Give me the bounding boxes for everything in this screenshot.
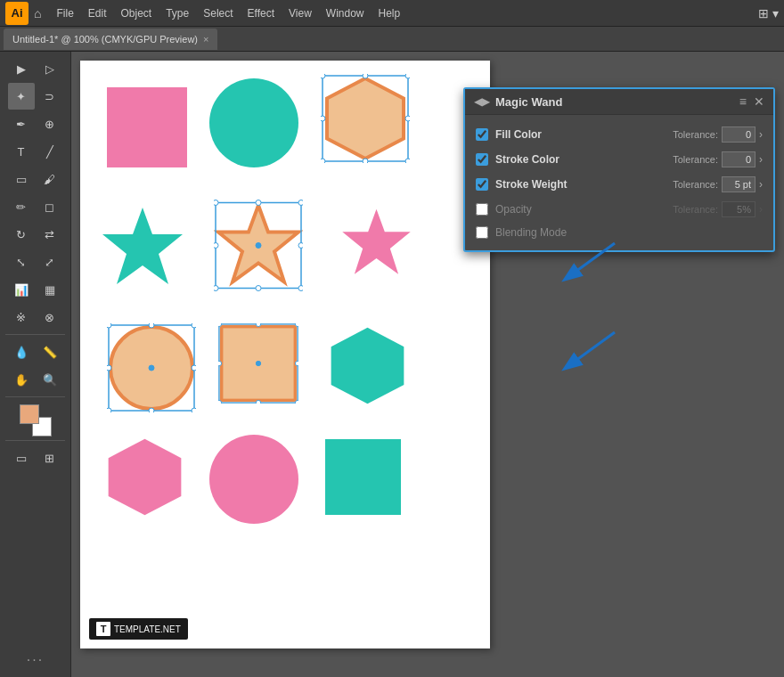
stroke-weight-tolerance-label: Tolerance: — [673, 179, 718, 190]
svg-point-7 — [321, 159, 325, 163]
rotate-tool[interactable]: ↻ — [8, 221, 35, 248]
pink-circle-shape[interactable] — [209, 435, 298, 524]
direct-selection-tool[interactable]: ▷ — [37, 55, 63, 82]
color-preview — [2, 404, 69, 436]
svg-point-21 — [256, 243, 261, 249]
pink-hexagon-shape[interactable] — [102, 435, 187, 519]
menu-effect[interactable]: Effect — [241, 4, 281, 22]
screen-mode-button[interactable]: ▭ — [8, 445, 35, 471]
home-icon[interactable]: ⌂ — [34, 6, 41, 20]
artboard-button[interactable]: ⊞ — [37, 445, 63, 471]
svg-point-37 — [256, 323, 260, 327]
fill-tolerance-label: Tolerance: — [673, 129, 718, 140]
stroke-weight-checkbox[interactable] — [476, 178, 488, 191]
pink-square-shape[interactable] — [107, 87, 187, 167]
column-graph-tool[interactable]: ▦ — [37, 276, 63, 303]
canvas-area: T TEMPLATE.NET ◀▶ Magic Wand ≡ ✕ — [71, 52, 784, 677]
fill-color-checkbox[interactable] — [476, 128, 488, 141]
panel-scroll-arrows[interactable]: ◀▶ — [474, 95, 490, 108]
brush-tool[interactable]: 🖌 — [37, 166, 63, 192]
zoom-tool[interactable]: 🔍 — [37, 366, 63, 393]
svg-point-44 — [256, 361, 260, 365]
stroke-color-tolerance-arrow[interactable]: › — [759, 153, 763, 166]
symbol-tool[interactable]: ※ — [8, 304, 35, 330]
magic-wand-tool[interactable]: ✦ — [8, 83, 35, 110]
menu-window[interactable]: Window — [320, 4, 371, 22]
peach-square-shape[interactable] — [218, 323, 298, 404]
measure-tool[interactable]: 📏 — [37, 338, 63, 365]
more-tools-dots[interactable]: ··· — [27, 652, 44, 668]
foreground-color-box[interactable] — [20, 404, 39, 424]
peach-star-shape[interactable] — [214, 199, 303, 292]
toolbar-right: ⊞ ▾ — [758, 6, 779, 20]
eyedropper-tool[interactable]: 💧 — [8, 338, 35, 365]
tool-row-1: ▶ ▷ — [2, 55, 69, 82]
menu-select[interactable]: Select — [197, 4, 239, 22]
stroke-weight-tolerance-value[interactable] — [722, 176, 755, 192]
peach-hexagon-shape[interactable] — [321, 74, 410, 163]
anchor-tool[interactable]: ⊕ — [37, 110, 63, 137]
panel-body: Fill Color Tolerance: › Stroke Color Tol… — [465, 115, 773, 250]
stroke-weight-tolerance-arrow[interactable]: › — [759, 178, 763, 191]
blending-mode-label: Blending Mode — [495, 226, 763, 239]
menu-type[interactable]: Type — [159, 4, 195, 22]
tool-row-4: T ╱ — [2, 138, 69, 165]
panel-menu-icon[interactable]: ≡ — [739, 94, 747, 109]
template-badge: T TEMPLATE.NET — [89, 618, 188, 640]
color-boxes[interactable] — [20, 404, 52, 436]
opacity-checkbox[interactable] — [476, 203, 488, 216]
graph-tool[interactable]: 📊 — [8, 276, 35, 303]
line-tool[interactable]: ╱ — [37, 138, 63, 165]
fill-color-row: Fill Color Tolerance: › — [465, 122, 773, 147]
panel-close-button[interactable]: ✕ — [754, 94, 764, 109]
stroke-color-checkbox[interactable] — [476, 153, 488, 166]
pink-star-shape[interactable] — [339, 203, 414, 283]
stroke-color-tolerance-label: Tolerance: — [673, 154, 718, 165]
menu-view[interactable]: View — [282, 4, 318, 22]
teal-hexagon-shape[interactable] — [325, 323, 410, 408]
text-tool[interactable]: T — [8, 138, 35, 165]
teal-circle-shape[interactable] — [209, 78, 298, 167]
menu-edit[interactable]: Edit — [82, 4, 113, 22]
document-tab[interactable]: Untitled-1* @ 100% (CMYK/GPU Preview) × — [4, 29, 217, 50]
svg-point-14 — [256, 200, 261, 206]
menu-help[interactable]: Help — [372, 4, 407, 22]
svg-point-26 — [149, 323, 154, 328]
selection-tool[interactable]: ▶ — [8, 55, 35, 82]
hand-tool[interactable]: ✋ — [8, 366, 35, 393]
svg-point-3 — [363, 74, 368, 78]
teal-square-shape[interactable] — [325, 439, 401, 515]
pen-tool[interactable]: ✒ — [8, 110, 35, 137]
main-layout: ▶ ▷ ✦ ⊃ ✒ ⊕ T ╱ ▭ 🖌 ✏ ◻ ↻ ⇄ ⤡ ⤢ — [0, 52, 784, 677]
menu-object[interactable]: Object — [115, 4, 159, 22]
svg-point-32 — [192, 408, 196, 412]
svg-point-41 — [218, 400, 222, 404]
blend-tool[interactable]: ⊗ — [37, 304, 63, 330]
fill-tolerance-value[interactable] — [722, 126, 755, 143]
menu-bar: Ai ⌂ File Edit Object Type Select Effect… — [0, 0, 784, 27]
svg-point-31 — [149, 408, 154, 412]
lasso-tool[interactable]: ⊃ — [37, 83, 63, 110]
warp-tool[interactable]: ⤢ — [37, 249, 63, 275]
toolbar: ▶ ▷ ✦ ⊃ ✒ ⊕ T ╱ ▭ 🖌 ✏ ◻ ↻ ⇄ ⤡ ⤢ — [0, 52, 71, 677]
svg-point-13 — [214, 200, 218, 206]
mirror-tool[interactable]: ⇄ — [37, 221, 63, 248]
fill-tolerance-arrow[interactable]: › — [759, 128, 763, 141]
stroke-color-tolerance-value[interactable] — [722, 151, 755, 167]
eraser-tool[interactable]: ◻ — [37, 193, 63, 220]
rect-tool[interactable]: ▭ — [8, 166, 35, 192]
svg-point-8 — [363, 159, 368, 163]
svg-point-9 — [405, 159, 410, 163]
tab-close-button[interactable]: × — [203, 34, 208, 45]
opacity-label: Opacity — [495, 203, 666, 216]
scale-tool[interactable]: ⤡ — [8, 249, 35, 275]
teal-star-shape[interactable] — [98, 203, 187, 292]
pencil-tool[interactable]: ✏ — [8, 193, 35, 220]
workspace-icon[interactable]: ⊞ ▾ — [758, 6, 779, 20]
menu-file[interactable]: File — [50, 4, 79, 22]
svg-point-33 — [149, 365, 154, 371]
canvas[interactable]: T TEMPLATE.NET — [80, 61, 490, 648]
peach-circle-shape[interactable] — [107, 323, 196, 412]
blending-mode-checkbox[interactable] — [476, 226, 488, 239]
fill-color-tolerance-group: Tolerance: › — [673, 126, 763, 143]
